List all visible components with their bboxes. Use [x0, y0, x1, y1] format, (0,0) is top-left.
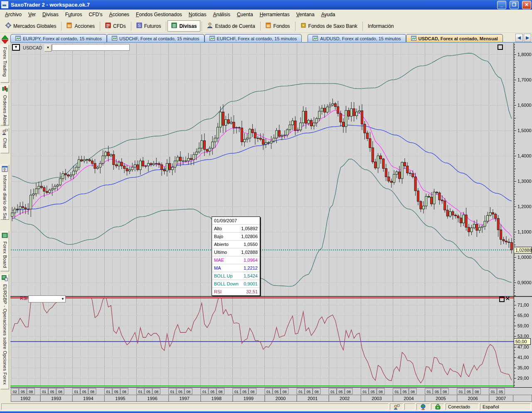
chart-tab-label: EURCHF, Forex al contado, 15 minutos — [217, 36, 297, 41]
toolbar-button-label: Mercados Globales — [13, 23, 56, 29]
restore-button[interactable]: ❐ — [510, 1, 519, 9]
tooltip-row-value: 1,5424 — [244, 273, 258, 278]
toolbar-button-divisas[interactable]: Divisas — [167, 20, 200, 32]
tooltip-row-ultimo: Ultimo1,02888 — [212, 248, 260, 256]
menu-herramientas[interactable]: Herramientas — [256, 10, 293, 19]
menu-ver[interactable]: Ver — [25, 10, 39, 19]
chart-tab-icon — [209, 36, 215, 42]
gold-icon — [300, 22, 306, 30]
toolbar-button-estado-de-cuenta[interactable]: Estado de Cuenta — [203, 20, 259, 32]
tooltip-row-value: 1,05892 — [241, 226, 258, 231]
tab-scroll-left-button[interactable]: ◀ — [515, 34, 523, 42]
sidebar-item-chat[interactable]: Chat — [0, 128, 9, 153]
toolbar-button-fondos[interactable]: Fondos — [262, 20, 294, 32]
status-spacer — [1, 403, 389, 410]
tooltip-row-label: Bajo — [214, 234, 223, 239]
toolbar-button-label: Fondos de Saxo Bank — [308, 23, 357, 29]
toolbar-button-label: Fondos — [273, 23, 290, 29]
toolbar-button-label: Futuros — [144, 23, 161, 29]
chart-tab-icon — [112, 36, 117, 42]
toolbar-button-futuros[interactable]: SFuturos — [133, 20, 165, 32]
tooltip-row-label: RSI — [214, 289, 222, 294]
sidebar-item-informe-diario-de-saxo[interactable]: Informe diario de Saxo — [0, 165, 9, 220]
chart-tab-usdcad[interactable]: USDCAD, Forex al contado, Mensual — [406, 34, 503, 43]
svg-text:S: S — [138, 23, 140, 28]
tooltip-row-label: BOLL Up — [214, 273, 233, 278]
title-bar: SaxoTrader 2 - workspace.ok.7 _ ❐ ✕ — [0, 0, 532, 10]
sidebar-item-label: Informe diario de Saxo — [2, 175, 7, 220]
chart-tab-eurjpy[interactable]: EURJPY, Forex al contado, 15 minutos — [10, 34, 107, 43]
status-person-chat-icon — [390, 403, 403, 410]
chart-tab-usdchf[interactable]: USDCHF, Forex al contado, 15 minutos — [107, 34, 204, 43]
status-bar: ConectadoEspañol — [0, 402, 532, 411]
tooltip-row-label: MAE — [214, 258, 224, 263]
win-orange-icon — [66, 22, 72, 30]
price-chart-canvas[interactable] — [10, 43, 532, 402]
menu-an-lisis[interactable]: Análisis — [210, 10, 234, 19]
report-icon — [2, 166, 8, 174]
app-icon — [1, 1, 8, 8]
toolbar-button-mercados-globales[interactable]: Mercados Globales — [2, 20, 60, 32]
status-empty-cell — [404, 403, 415, 410]
orders-icon — [2, 86, 8, 94]
chart-maximize-icon[interactable] — [498, 44, 503, 50]
menu-ayuda[interactable]: Ayuda — [318, 10, 339, 19]
menu-ventana[interactable]: Ventana — [293, 10, 318, 19]
symbol-search-input[interactable] — [52, 44, 130, 51]
menu-cfd-s[interactable]: CFD's — [85, 10, 106, 19]
toolbar-separator — [131, 22, 131, 31]
sidebar-item-ordenes-abiertas[interactable]: Ordenes Abiertas — [0, 85, 9, 125]
sidebar-item-label: Forex Board — [2, 241, 7, 268]
rsi-maximize-icon[interactable] — [499, 297, 505, 302]
window-title: SaxoTrader 2 - workspace.ok.7 — [11, 2, 90, 8]
menu-divisas[interactable]: Divisas — [39, 10, 62, 19]
chart-tab-label: AUDUSD, Forex al contado, 15 minutos — [320, 36, 401, 41]
toolbar-button-label: Información — [368, 23, 394, 29]
rsi-close-icon[interactable]: ✕ — [505, 296, 510, 301]
toolbar-button-fondos-de-saxo-bank[interactable]: Fondos de Saxo Bank — [297, 20, 361, 32]
toolbar-separator — [295, 22, 296, 31]
sidebar-item-eurgbp-operaciones-sobre-opcio[interactable]: EURGBP - Operaciones sobre Opciones Fore… — [0, 274, 9, 389]
tooltip-row-value: 1,02806 — [241, 234, 258, 239]
chart-tab-icon — [411, 36, 416, 42]
menu-fondos-gestionados[interactable]: Fondos Gestionados — [133, 10, 185, 19]
doc-red-icon — [105, 22, 111, 30]
forex-trading-icon[interactable] — [1, 34, 9, 44]
chart-tab-eurchf[interactable]: EURCHF, Forex al contado, 15 minutos — [204, 34, 302, 43]
tooltip-row-value: 1,0964 — [244, 258, 258, 263]
menu-futuros[interactable]: Futuros — [62, 10, 86, 19]
toolbar-button-cfds[interactable]: CFDs — [101, 20, 130, 32]
chart-menu-dropdown[interactable]: ▼ — [12, 44, 20, 51]
menu-acciones[interactable]: Acciones — [106, 10, 133, 19]
tooltip-date: 01/09/2007 — [214, 218, 237, 223]
left-sidebar: Forex TradingOrdenes AbiertasChatInforme… — [0, 33, 10, 402]
toolbar-button-label: Acciones — [74, 23, 95, 29]
win-orange-icon — [266, 22, 271, 30]
tooltip-row-label: Abierto — [214, 242, 229, 247]
menu-cuenta[interactable]: Cuenta — [234, 10, 256, 19]
tooltip-row-value: 1,2212 — [244, 266, 258, 270]
status-espa-ol: Español — [480, 403, 531, 410]
menu-noticias[interactable]: Noticias — [185, 10, 210, 19]
symbol-dropdown-button[interactable]: ▼ — [44, 44, 52, 52]
tab-scroll-right-button[interactable]: ▶ — [524, 34, 531, 42]
menu-archivo[interactable]: Archivo — [2, 10, 25, 19]
document-tab-strip: EURJPY, Forex al contado, 15 minutosUSDC… — [0, 34, 503, 43]
close-button[interactable]: ✕ — [522, 1, 531, 9]
toolbar-button-acciones[interactable]: Acciones — [63, 20, 99, 32]
tooltip-row-mae: MAE1,0964 — [212, 256, 260, 264]
chart-tab-label: USDCAD, Forex al contado, Mensual — [419, 36, 498, 41]
div-green-icon — [171, 22, 177, 30]
chart-tab-icon — [313, 36, 318, 42]
tooltip-row-rsi: RSI32,51 — [212, 288, 260, 295]
toolbar-button-label: CFDs — [113, 23, 126, 29]
status-lock-icon — [431, 403, 444, 410]
toolbar-separator — [61, 22, 62, 31]
minimize-button[interactable]: _ — [497, 1, 506, 9]
toolbar-button-informaci-n[interactable]: Información — [364, 21, 398, 31]
sidebar-item-forex-trading[interactable]: Forex Trading — [0, 44, 9, 83]
chart-tab-audusd[interactable]: AUDUSD, Forex al contado, 15 minutos — [308, 34, 406, 43]
chart-tab-label: EURJPY, Forex al contado, 15 minutos — [23, 36, 102, 41]
sidebar-item-forex-board[interactable]: Forex Board — [0, 231, 9, 271]
rsi-indicator-combo[interactable]: ▼ — [28, 295, 66, 302]
